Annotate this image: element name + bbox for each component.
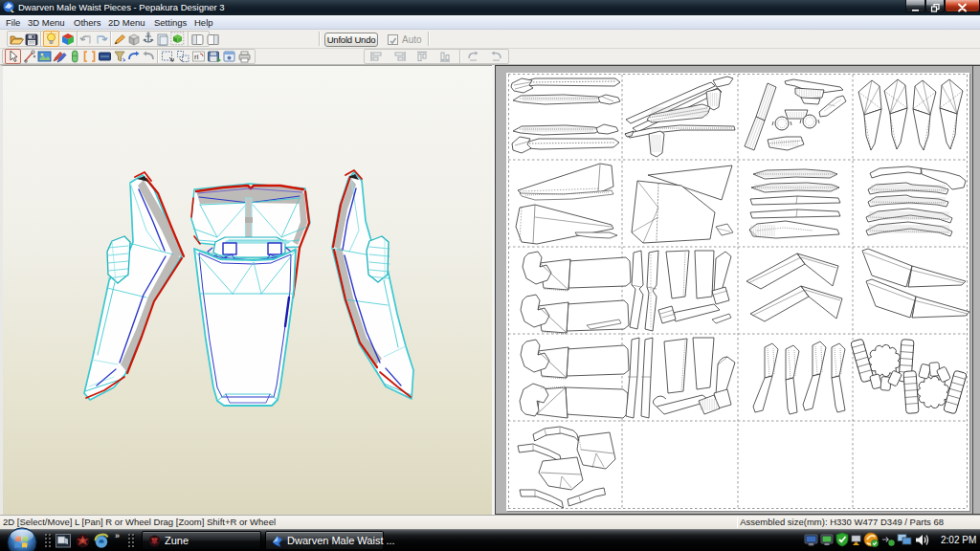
svg-text:ri: ri [194, 53, 199, 61]
